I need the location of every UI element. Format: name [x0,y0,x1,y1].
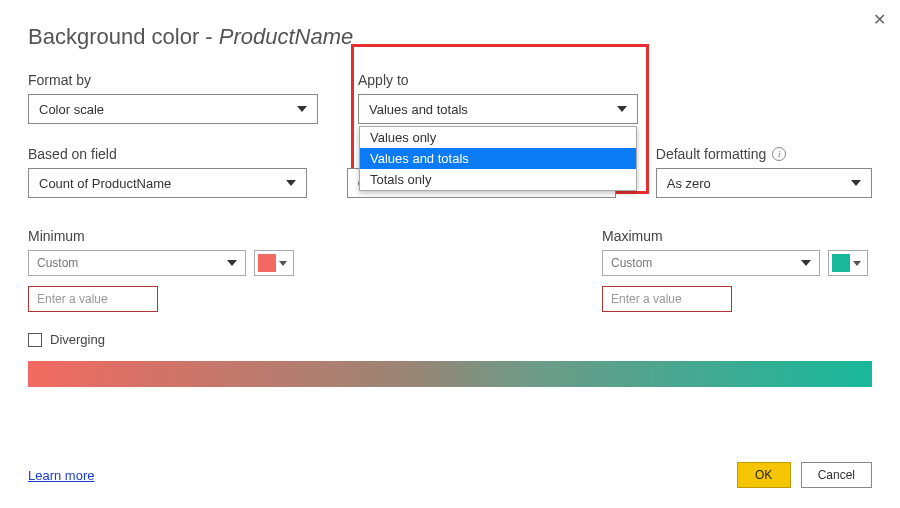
format-by-value: Color scale [39,102,104,117]
apply-to-label: Apply to [358,72,638,88]
chevron-down-icon [853,261,861,266]
row-minmax: Minimum Custom Enter a value Maximum Cus… [28,228,872,312]
default-formatting-label-text: Default formatting [656,146,767,162]
apply-to-option-totals-only[interactable]: Totals only [360,169,636,190]
close-icon[interactable]: ✕ [873,10,886,29]
color-swatch-icon [832,254,850,272]
based-on-field-group: Based on field Count of ProductName [28,146,307,198]
maximum-label: Maximum [602,228,872,244]
chevron-down-icon [286,180,296,186]
default-formatting-label: Default formatting i [656,146,872,162]
chevron-down-icon [617,106,627,112]
based-on-field-label: Based on field [28,146,307,162]
based-on-field-select[interactable]: Count of ProductName [28,168,307,198]
cancel-button[interactable]: Cancel [801,462,872,488]
minimum-group: Minimum Custom Enter a value [28,228,298,312]
maximum-mode-select[interactable]: Custom [602,250,820,276]
format-by-label: Format by [28,72,318,88]
apply-to-option-values-and-totals[interactable]: Values and totals [360,148,636,169]
dialog-footer: Learn more OK Cancel [28,462,872,488]
maximum-picker-row: Custom [602,250,872,276]
maximum-group: Maximum Custom Enter a value [602,228,872,312]
apply-to-option-values-only[interactable]: Values only [360,127,636,148]
chevron-down-icon [227,260,237,266]
diverging-row: Diverging [28,332,872,347]
default-formatting-select[interactable]: As zero [656,168,872,198]
minimum-label: Minimum [28,228,298,244]
default-formatting-value: As zero [667,176,711,191]
chevron-down-icon [279,261,287,266]
maximum-value-input[interactable]: Enter a value [602,286,732,312]
maximum-placeholder: Enter a value [611,292,682,306]
minimum-placeholder: Enter a value [37,292,108,306]
minimum-mode-value: Custom [37,256,78,270]
apply-to-group: Apply to Values and totals Values only V… [358,72,638,124]
chevron-down-icon [801,260,811,266]
apply-to-dropdown: Values only Values and totals Totals onl… [359,126,637,191]
format-by-select[interactable]: Color scale [28,94,318,124]
based-on-field-value: Count of ProductName [39,176,171,191]
apply-to-value: Values and totals [369,102,468,117]
gradient-preview [28,361,872,387]
diverging-label: Diverging [50,332,105,347]
footer-buttons: OK Cancel [737,462,872,488]
row-top: Format by Color scale Apply to Values an… [28,72,872,124]
maximum-mode-value: Custom [611,256,652,270]
title-field: ProductName [219,24,354,49]
minimum-color-picker[interactable] [254,250,294,276]
minimum-value-input[interactable]: Enter a value [28,286,158,312]
learn-more-link[interactable]: Learn more [28,468,94,483]
color-swatch-icon [258,254,276,272]
title-prefix: Background color - [28,24,219,49]
default-formatting-group: Default formatting i As zero [656,146,872,198]
format-by-group: Format by Color scale [28,72,318,124]
minimum-picker-row: Custom [28,250,298,276]
minimum-mode-select[interactable]: Custom [28,250,246,276]
chevron-down-icon [297,106,307,112]
background-color-dialog: ✕ Background color - ProductName Format … [0,0,900,508]
chevron-down-icon [851,180,861,186]
dialog-title: Background color - ProductName [28,24,872,50]
diverging-checkbox[interactable] [28,333,42,347]
maximum-color-picker[interactable] [828,250,868,276]
apply-to-select[interactable]: Values and totals Values only Values and… [358,94,638,124]
ok-button[interactable]: OK [737,462,791,488]
info-icon[interactable]: i [772,147,786,161]
